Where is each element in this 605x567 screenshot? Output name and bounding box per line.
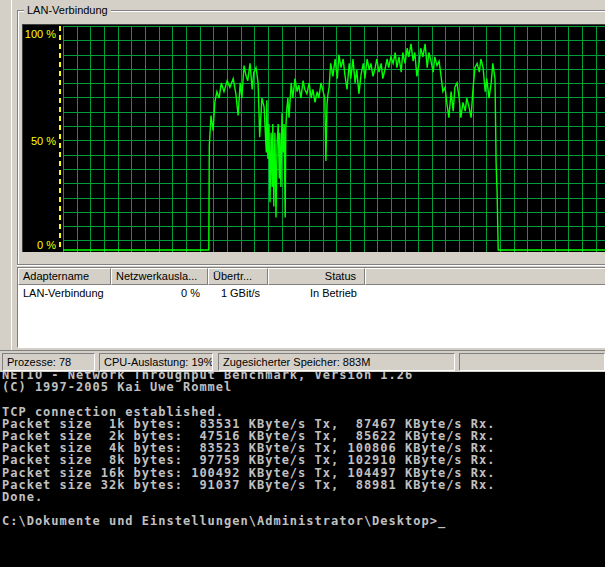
console-line (2, 393, 605, 405)
console-line: C:\Dokumente und Einstellungen\Administr… (2, 515, 605, 527)
table-cell: 1 GBit/s (208, 285, 268, 301)
adapter-table: AdapternameNetzwerkausla...Übertr...Stat… (17, 267, 605, 348)
console-line: Packet size 16k bytes: 100492 KByte/s Tx… (2, 467, 605, 479)
statusbar-commit-charge: Zugesicherter Speicher: 883M (218, 353, 455, 371)
console-line: TCP connection established. (2, 406, 605, 418)
ytick-0: 0 % (23, 239, 56, 251)
tab-page-edge (11, 0, 12, 372)
status-bar: Prozesse: 78 CPU-Auslastung: 19% Zugesic… (0, 350, 605, 373)
console-line: Packet size 32k bytes: 91037 KByte/s Tx,… (2, 479, 605, 491)
ytick-50: 50 % (23, 135, 56, 147)
adapter-table-body: LAN-Verbindung0 %1 GBit/sIn Betrieb (18, 285, 605, 301)
ytick-100: 100 % (23, 28, 56, 40)
table-cell: In Betrieb (268, 285, 365, 301)
command-prompt[interactable]: NETIO - Network Throughput Benchmark, Ve… (0, 372, 605, 567)
console-line: Done. (2, 491, 605, 503)
statusbar-cpu-usage: CPU-Auslastung: 19% (99, 353, 213, 371)
console-output: NETIO - Network Throughput Benchmark, Ve… (0, 372, 605, 527)
console-line: Packet size 8k bytes: 97759 KByte/s Tx, … (2, 454, 605, 466)
statusbar-empty-panel (459, 353, 605, 371)
utilization-plot (61, 25, 605, 252)
taskmanager-network-tab: LAN-Verbindung 100 % 50 % 0 % Adapternam… (0, 0, 605, 372)
table-cell: LAN-Verbindung (18, 285, 111, 301)
statusbar-processes: Prozesse: 78 (2, 353, 95, 371)
column-header-1[interactable]: Netzwerkausla... (111, 268, 208, 285)
column-header-3[interactable]: Status (268, 268, 365, 285)
adapter-table-header: AdapternameNetzwerkausla...Übertr...Stat… (18, 268, 605, 285)
column-header-0[interactable]: Adaptername (18, 268, 111, 285)
utilization-polyline (63, 44, 605, 250)
column-header-2[interactable]: Übertr... (208, 268, 268, 285)
column-header-filler (365, 268, 605, 285)
groupbox-label: LAN-Verbindung (24, 4, 111, 17)
console-line: (C) 1997-2005 Kai Uwe Rommel (2, 381, 605, 393)
table-row[interactable]: LAN-Verbindung0 %1 GBit/sIn Betrieb (18, 285, 605, 301)
table-cell: 0 % (111, 285, 208, 301)
network-utilization-graph: 100 % 50 % 0 % (22, 24, 605, 252)
